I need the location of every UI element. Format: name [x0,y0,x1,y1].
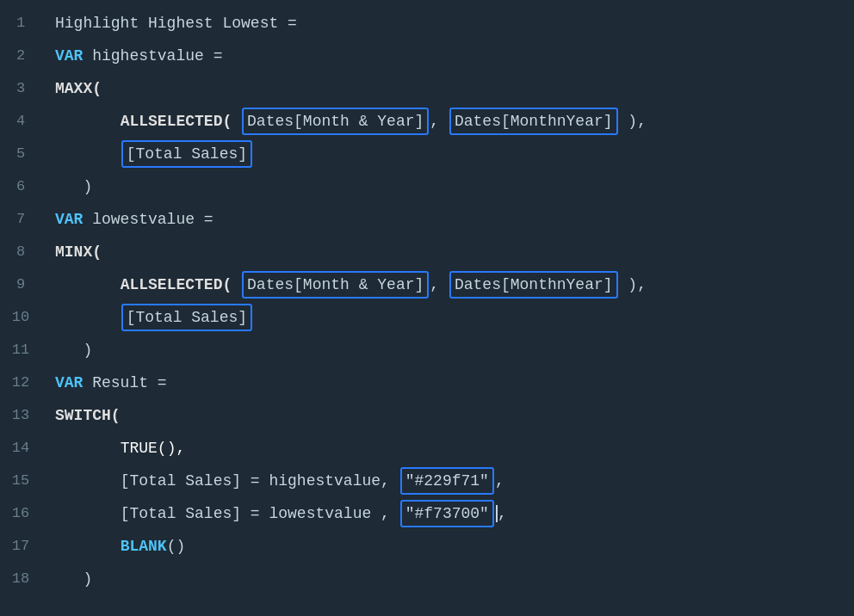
code-line-12: VAR Result = [55,367,854,399]
code-line-6: ) [55,170,854,203]
line-num-13: 13 [0,399,41,432]
code-line-15: [Total Sales] = highestvalue, "#229f71" … [55,465,854,497]
switch-keyword: SWITCH( [55,399,121,432]
code-line-10: [Total Sales] [55,301,854,334]
code-line-16: [Total Sales] = lowestvalue , "#f73700" … [55,497,854,530]
line12-text: Result = [83,367,166,399]
indent-14 [55,432,121,465]
code-editor: 1 2 3 4 5 6 7 8 9 10 11 12 13 14 15 16 1… [0,0,854,616]
var-keyword-1: VAR [55,40,83,72]
line-num-9: 9 [0,268,41,301]
close-9: ), [619,268,647,301]
indent-16 [55,497,121,530]
line-num-11: 11 [0,334,41,367]
var-keyword-2: VAR [55,203,83,236]
line-numbers: 1 2 3 4 5 6 7 8 9 10 11 12 13 14 15 16 1… [0,0,41,616]
line11-text: ) [55,334,92,367]
code-line-11: ) [55,334,854,367]
line-num-8: 8 [0,236,41,268]
allselected-keyword-2: ALLSELECTED( [121,268,232,301]
line15-text: [Total Sales] = highestvalue, [121,465,399,497]
code-line-17: BLANK () [55,530,854,563]
indent-4 [55,105,121,138]
code-line-9: ALLSELECTED( Dates[Month & Year] , Dates… [55,268,854,301]
indent-5 [55,138,121,170]
comma-9: , [430,268,439,301]
line-num-10: 10 [0,301,41,334]
indent-9 [55,268,121,301]
code-line-3: MAXX( [55,72,854,105]
code-line-14: TRUE(), [55,432,854,465]
line-num-2: 2 [0,40,41,72]
line6-text: ) [55,170,92,203]
line17-parens: () [167,530,186,563]
line-num-7: 7 [0,203,41,236]
minx-keyword: MINX( [55,236,102,268]
code-line-2: VAR highestvalue = [55,40,854,72]
code-line-1: Highlight Highest Lowest = [55,7,854,40]
indent-17 [55,530,121,563]
space-9a [232,268,241,301]
line15-comma: , [495,465,504,497]
code-line-18: ) [55,563,854,595]
line-num-16: 16 [0,497,41,530]
code-line-13: SWITCH( [55,399,854,432]
space-4b [439,105,449,138]
code-line-4: ALLSELECTED( Dates[Month & Year] , Dates… [55,105,854,138]
line-num-12: 12 [0,367,41,399]
line-num-15: 15 [0,465,41,497]
code-content[interactable]: Highlight Highest Lowest = VAR highestva… [41,0,854,616]
maxx-keyword: MAXX( [55,72,102,105]
close-4: ), [619,105,647,138]
code-line-5: [Total Sales] [55,138,854,170]
line7-text: lowestvalue = [83,203,213,236]
dates-month-year-box-1: Dates[Month & Year] [242,108,429,135]
line-num-14: 14 [0,432,41,465]
space-9b [439,268,449,301]
line16-text: [Total Sales] = lowestvalue , [121,497,399,530]
line-num-4: 4 [0,105,41,138]
line16-comma: , [498,497,507,530]
line18-text: ) [55,563,92,595]
dates-month-year-box-2: Dates[Month & Year] [242,271,429,299]
line-num-17: 17 [0,530,41,563]
dates-monthn-year-box-1: Dates[MonthnYear] [449,108,618,135]
line-num-3: 3 [0,72,41,105]
color-orange-box: "#f73700" [400,500,494,527]
space-4a [232,105,241,138]
comma-4: , [430,105,439,138]
color-green-box: "#229f71" [400,467,494,495]
total-sales-box-1: [Total Sales] [121,140,252,168]
true-keyword: TRUE(), [121,432,186,465]
total-sales-box-2: [Total Sales] [121,304,252,331]
dates-monthn-year-box-2: Dates[MonthnYear] [449,271,618,299]
line2-text: highestvalue = [83,40,222,72]
indent-15 [55,465,121,497]
line-num-6: 6 [0,170,41,203]
blank-keyword: BLANK [121,530,167,563]
code-line-7: VAR lowestvalue = [55,203,854,236]
line1-text: Highlight Highest Lowest = [55,7,297,40]
allselected-keyword-1: ALLSELECTED( [121,105,232,138]
var-keyword-3: VAR [55,367,83,399]
line-num-5: 5 [0,138,41,170]
line-num-18: 18 [0,563,41,595]
code-line-8: MINX( [55,236,854,268]
indent-10 [55,301,121,334]
line-num-1: 1 [0,7,41,40]
